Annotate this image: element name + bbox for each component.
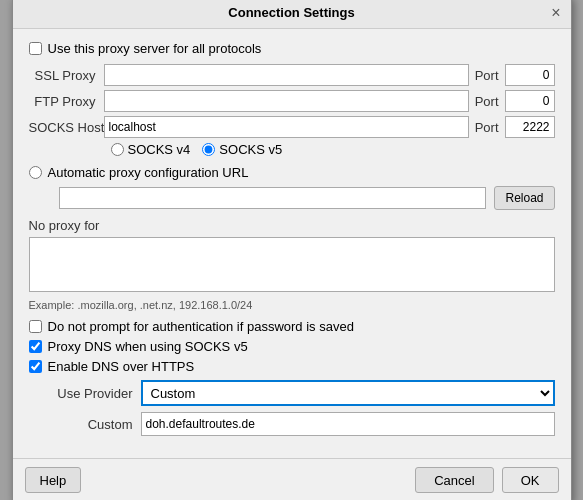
- cancel-button[interactable]: Cancel: [415, 467, 493, 493]
- provider-select[interactable]: Default Custom NextDNS Cloudflare: [141, 380, 555, 406]
- socks-host-row: SOCKS Host Port: [29, 116, 555, 138]
- auto-proxy-row: Automatic proxy configuration URL: [29, 165, 555, 180]
- dialog-title: Connection Settings: [228, 5, 354, 20]
- proxy-dns-row: Proxy DNS when using SOCKS v5: [29, 339, 555, 354]
- auto-proxy-radio[interactable]: [29, 166, 42, 179]
- socks-version-row: SOCKS v4 SOCKS v5: [29, 142, 555, 157]
- socks-host-input[interactable]: [104, 116, 469, 138]
- custom-row: Custom: [29, 412, 555, 436]
- socks-port-input[interactable]: [505, 116, 555, 138]
- no-auth-prompt-checkbox[interactable]: [29, 320, 42, 333]
- no-proxy-label: No proxy for: [29, 218, 555, 233]
- provider-row: Use Provider Default Custom NextDNS Clou…: [29, 380, 555, 406]
- ssl-port-input[interactable]: [505, 64, 555, 86]
- dialog-footer: Help Cancel OK: [13, 458, 571, 500]
- auto-proxy-url-input[interactable]: [59, 187, 487, 209]
- ssl-proxy-row: SSL Proxy Port: [29, 64, 555, 86]
- custom-input[interactable]: [141, 412, 555, 436]
- dialog-content: Use this proxy server for all protocols …: [13, 29, 571, 454]
- ftp-proxy-row: FTP Proxy Port: [29, 90, 555, 112]
- use-for-all-label[interactable]: Use this proxy server for all protocols: [48, 41, 262, 56]
- ftp-port-label: Port: [475, 94, 499, 109]
- help-button[interactable]: Help: [25, 467, 82, 493]
- enable-dns-row: Enable DNS over HTTPS: [29, 359, 555, 374]
- socks-v4-radio[interactable]: [111, 143, 124, 156]
- socks-port-label: Port: [475, 120, 499, 135]
- socks-v5-radio[interactable]: [202, 143, 215, 156]
- enable-dns-label[interactable]: Enable DNS over HTTPS: [48, 359, 195, 374]
- socks-v5-option[interactable]: SOCKS v5: [202, 142, 282, 157]
- url-row: Reload: [29, 186, 555, 210]
- use-for-all-checkbox[interactable]: [29, 42, 42, 55]
- ftp-proxy-label: FTP Proxy: [29, 94, 104, 109]
- socks-v5-label: SOCKS v5: [219, 142, 282, 157]
- custom-label: Custom: [51, 417, 141, 432]
- no-auth-prompt-label[interactable]: Do not prompt for authentication if pass…: [48, 319, 354, 334]
- close-button[interactable]: ×: [551, 5, 560, 21]
- auto-proxy-label: Automatic proxy configuration URL: [48, 165, 249, 180]
- socks-v4-option[interactable]: SOCKS v4: [111, 142, 191, 157]
- example-text: Example: .mozilla.org, .net.nz, 192.168.…: [29, 299, 555, 311]
- ssl-proxy-input[interactable]: [104, 64, 469, 86]
- ok-button[interactable]: OK: [502, 467, 559, 493]
- socks-v4-label: SOCKS v4: [128, 142, 191, 157]
- ssl-proxy-label: SSL Proxy: [29, 68, 104, 83]
- footer-buttons: Cancel OK: [415, 467, 558, 493]
- proxy-dns-checkbox[interactable]: [29, 340, 42, 353]
- use-for-all-row: Use this proxy server for all protocols: [29, 41, 555, 56]
- options-section: Do not prompt for authentication if pass…: [29, 319, 555, 374]
- socks-host-label: SOCKS Host: [29, 120, 104, 135]
- ssl-port-label: Port: [475, 68, 499, 83]
- connection-settings-dialog: Connection Settings × Use this proxy ser…: [12, 0, 572, 500]
- ftp-port-input[interactable]: [505, 90, 555, 112]
- title-bar: Connection Settings ×: [13, 0, 571, 29]
- ftp-proxy-input[interactable]: [104, 90, 469, 112]
- provider-label: Use Provider: [51, 386, 141, 401]
- no-auth-prompt-row: Do not prompt for authentication if pass…: [29, 319, 555, 334]
- no-proxy-textarea[interactable]: [29, 237, 555, 292]
- reload-button[interactable]: Reload: [494, 186, 554, 210]
- enable-dns-checkbox[interactable]: [29, 360, 42, 373]
- proxy-dns-label[interactable]: Proxy DNS when using SOCKS v5: [48, 339, 248, 354]
